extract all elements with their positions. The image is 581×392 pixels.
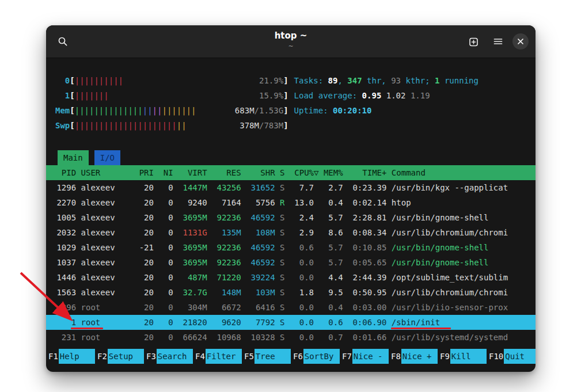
fkey-f1[interactable]: F1Help xyxy=(46,349,95,364)
fkey-f6[interactable]: F6SortBy xyxy=(291,349,340,364)
console-window: htop ~ ~ xyxy=(46,25,536,372)
column-header-mem[interactable]: MEM% xyxy=(318,165,343,180)
process-row-pid-1037[interactable]: 1037alexeev2003695M9223646592S0.05.70:05… xyxy=(46,255,536,270)
cell-ni: 0 xyxy=(158,225,173,240)
cell-shr: 108M xyxy=(246,225,275,240)
process-row-pid-1029[interactable]: 1029alexeev-2103695M9223646592S0.65.70:1… xyxy=(46,240,536,255)
column-header-pri[interactable]: PRI xyxy=(134,165,154,180)
column-header-ni[interactable]: NI xyxy=(158,165,173,180)
column-header-res[interactable]: RES xyxy=(212,165,241,180)
fkey-label: Search xyxy=(157,349,193,364)
titlebar: htop ~ ~ xyxy=(46,25,536,58)
table-header: PIDUSERPRINIVIRTRESSHRSCPU%▽MEM%TIME+Com… xyxy=(46,165,536,180)
process-row-pid-1563[interactable]: 1563alexeev20032.7G148M103MS1.89.50:50.9… xyxy=(46,285,536,300)
cell-cpu: 1.8 xyxy=(290,285,314,300)
window-subtitle: ~ xyxy=(46,43,536,50)
cell-ni: 0 xyxy=(158,315,173,330)
sort-indicator-icon: ▽ xyxy=(314,165,318,180)
cell-time: 2:44.39 xyxy=(348,270,386,285)
fkey-f5[interactable]: F5Tree xyxy=(242,349,291,364)
meter-bars: |||||||||| xyxy=(75,73,123,88)
menu-button[interactable] xyxy=(488,32,508,51)
fkey-f2[interactable]: F2Setup xyxy=(95,349,144,364)
process-row-pid-231[interactable]: 231root200666241096810328S0.00.70:01.66/… xyxy=(46,330,536,345)
column-header-user[interactable]: USER xyxy=(81,165,130,180)
column-header-pid[interactable]: PID xyxy=(52,165,76,180)
terminal-content[interactable]: 0[||||||||||21.9%]1[|||||||15.9%]Mem[|||… xyxy=(46,58,536,372)
fkey-label: SortBy xyxy=(303,349,340,364)
cell-pri: 20 xyxy=(134,300,154,315)
cell-s: R xyxy=(280,195,284,210)
column-header-s[interactable]: S xyxy=(280,165,284,180)
cell-cpu: 0.0 xyxy=(290,330,314,345)
column-header-virt[interactable]: VIRT xyxy=(178,165,207,180)
cell-mem: 5.7 xyxy=(318,240,343,255)
cell-shr: 6416 xyxy=(246,300,275,315)
cell-virt: 9240 xyxy=(178,195,207,210)
column-header-cpu[interactable]: CPU% xyxy=(290,165,314,180)
cell-pid: 2032 xyxy=(52,225,76,240)
meter-label: Mem xyxy=(55,103,70,118)
cell-pid: 1037 xyxy=(52,255,76,270)
cell-mem: 0.6 xyxy=(318,315,343,330)
cell-cmd: /usr/bin/gnome-shell xyxy=(392,255,536,270)
fkey-number: F6 xyxy=(291,349,303,364)
cell-pid: 1296 xyxy=(52,180,76,195)
cell-cmd: /usr/lib/systemd/systemd xyxy=(392,330,536,345)
fkey-number: F5 xyxy=(242,349,255,364)
cell-user: alexeev xyxy=(81,180,130,195)
column-header-shr[interactable]: SHR xyxy=(246,165,275,180)
new-tab-button[interactable] xyxy=(464,32,484,51)
column-header-cmd[interactable]: Command xyxy=(392,165,536,180)
cell-pid: 1563 xyxy=(52,285,76,300)
cell-virt: 3695M xyxy=(178,240,207,255)
cell-mem: 0.4 xyxy=(318,300,343,315)
process-row-pid-396[interactable]: 396root200304M66726416S0.00.40:03.00/usr… xyxy=(46,300,536,315)
cell-shr: 10328 xyxy=(246,330,275,345)
fkey-f10[interactable]: F10Quit xyxy=(487,349,536,364)
fkey-f8[interactable]: F8Nice + xyxy=(389,349,438,364)
cell-res: 135M xyxy=(212,225,241,240)
cell-shr: 5756 xyxy=(246,195,275,210)
cell-virt: 32.7G xyxy=(178,285,207,300)
cell-time: 0:50.95 xyxy=(348,285,386,300)
tab-io[interactable]: I/O xyxy=(94,150,120,165)
fkey-number: F8 xyxy=(389,349,401,364)
process-row-pid-2032[interactable]: 2032alexeev2001131G135M108MS2.98.60:08.3… xyxy=(46,225,536,240)
cell-cmd: /usr/lib/iio-sensor-prox xyxy=(392,300,536,315)
cell-s: S xyxy=(280,315,284,330)
fkey-f9[interactable]: F9Kill xyxy=(438,349,487,364)
process-row-pid-2270[interactable]: 2270alexeev200924071645756R13.00.40:02.1… xyxy=(46,195,536,210)
fkey-f3[interactable]: F3Search xyxy=(144,349,193,364)
fkey-number: F9 xyxy=(438,349,450,364)
cell-time: 0:05.65 xyxy=(348,255,386,270)
meter-mem: Mem[|||||||||||||||||||||||||683M/1.53G] xyxy=(55,103,288,118)
fkey-f7[interactable]: F7Nice - xyxy=(340,349,389,364)
cell-res: 71220 xyxy=(212,270,241,285)
cell-mem: 8.6 xyxy=(318,225,343,240)
cell-cmd: /usr/bin/gnome-shell xyxy=(392,240,536,255)
column-header-time[interactable]: TIME+ xyxy=(348,165,386,180)
cell-ni: 0 xyxy=(158,240,173,255)
cell-virt: 1131G xyxy=(178,225,207,240)
fkey-f4[interactable]: F4Filter xyxy=(193,349,242,364)
meter-cpu1: 1[|||||||15.9%] xyxy=(55,88,288,103)
tab-main[interactable]: Main xyxy=(58,150,89,165)
process-row-pid-1296[interactable]: 1296alexeev2001447M4325631652S7.72.70:23… xyxy=(46,180,536,195)
cell-pri: 20 xyxy=(134,195,154,210)
close-button[interactable] xyxy=(512,33,529,50)
cell-virt: 21820 xyxy=(178,315,207,330)
meter-label: 1 xyxy=(55,88,70,103)
cell-pri: 20 xyxy=(134,210,154,225)
fkey-number: F10 xyxy=(487,349,504,364)
cell-s: S xyxy=(280,180,284,195)
process-row-pid-1446[interactable]: 1446alexeev200487M7122039224S0.04.42:44.… xyxy=(46,270,536,285)
cell-time: 0:08.34 xyxy=(348,225,386,240)
meter-column: 0[||||||||||21.9%]1[|||||||15.9%]Mem[|||… xyxy=(55,73,288,133)
cell-res: 9620 xyxy=(212,315,241,330)
search-button[interactable] xyxy=(53,32,73,51)
process-row-pid-1[interactable]: 1root2002182096207792S0.00.60:06.90/sbin… xyxy=(46,315,536,330)
fkey-label: Help xyxy=(59,349,95,364)
process-row-pid-1005[interactable]: 1005alexeev2003695M9223646592S2.45.72:28… xyxy=(46,210,536,225)
cell-mem: 2.7 xyxy=(318,180,343,195)
